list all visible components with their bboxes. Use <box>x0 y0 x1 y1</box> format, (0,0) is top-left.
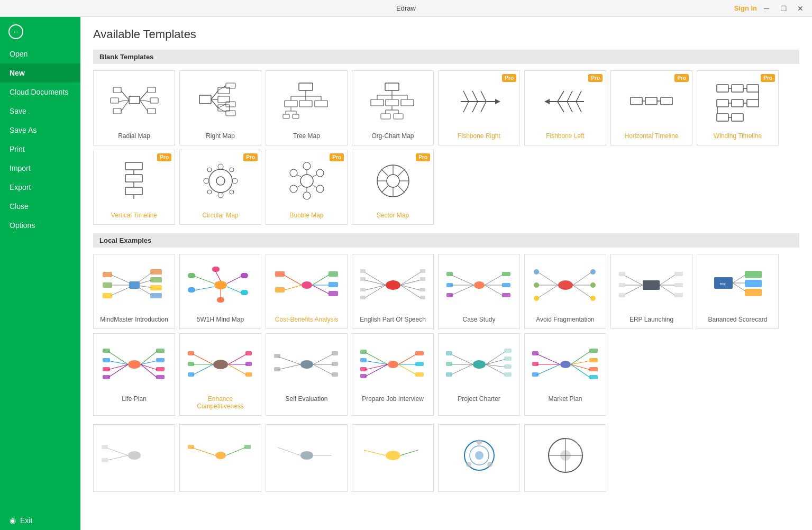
example-extra-2[interactable] <box>179 424 261 492</box>
svg-rect-168 <box>329 282 338 287</box>
svg-point-102 <box>204 178 209 184</box>
example-english-pos[interactable]: English Part Of Speech <box>352 254 434 329</box>
cost-benefits-label: Cost-Benefits Analysis <box>275 316 338 323</box>
svg-rect-224 <box>674 283 683 287</box>
svg-line-311 <box>571 364 590 370</box>
example-market-plan[interactable]: Market Plan <box>524 333 606 416</box>
svg-line-9 <box>140 100 150 102</box>
example-prepare-job-interview[interactable]: Prepare Job Interview <box>352 333 434 416</box>
minimize-button[interactable]: ─ <box>759 1 774 16</box>
svg-line-130 <box>381 186 388 193</box>
svg-line-60 <box>472 91 478 102</box>
svg-rect-142 <box>150 269 162 275</box>
title-bar: Edraw Sign In ─ ☐ ✕ <box>0 0 812 17</box>
sidebar-item-import[interactable]: Import <box>0 159 80 178</box>
svg-point-122 <box>387 175 399 187</box>
svg-line-255 <box>228 354 247 364</box>
right-map-label: Right Map <box>206 132 235 140</box>
template-circular-map[interactable]: Pro Circular Map <box>179 150 261 225</box>
example-self-evaluation[interactable]: Self Evaluation <box>266 333 348 416</box>
maximize-button[interactable]: ☐ <box>776 1 791 16</box>
svg-line-175 <box>400 272 421 285</box>
fishbone-right-label: Fishbone Right <box>458 132 500 140</box>
example-enhance-competitiveness[interactable]: Enhance Competitiveness <box>179 333 261 416</box>
right-map-icon <box>186 75 255 128</box>
svg-point-209 <box>534 296 539 301</box>
template-fishbone-right[interactable]: Pro Fishbone Right <box>438 70 520 145</box>
svg-rect-21 <box>218 105 230 111</box>
template-bubble-map[interactable]: Pro <box>266 150 348 225</box>
example-extra-1[interactable] <box>93 424 175 492</box>
template-sector-map[interactable]: Pro Sector Map <box>352 150 434 225</box>
template-tree-map[interactable]: Tree Map <box>266 70 348 145</box>
example-case-study[interactable]: Case Study <box>438 254 520 329</box>
svg-point-264 <box>300 360 313 369</box>
template-org-chart[interactable]: Org-Chart Map <box>352 70 434 145</box>
fishbone-left-label: Fishbone Left <box>546 132 585 140</box>
example-extra-6[interactable] <box>524 424 606 492</box>
example-cost-benefits[interactable]: Cost-Benefits Analysis <box>266 254 348 329</box>
svg-point-339 <box>477 440 482 445</box>
mindmaster-intro-label: MindMaster Introduction <box>100 316 168 323</box>
radial-map-icon <box>100 75 169 128</box>
sidebar-item-print[interactable]: Print <box>0 140 80 159</box>
svg-point-111 <box>290 169 297 177</box>
svg-line-147 <box>194 276 214 284</box>
svg-point-340 <box>487 462 492 467</box>
title-bar-right[interactable]: Sign In ─ ☐ ✕ <box>734 1 808 16</box>
example-erp-launching[interactable]: ERP Launching <box>610 254 692 329</box>
sidebar-item-options[interactable]: Options <box>0 216 80 235</box>
svg-line-63 <box>481 102 486 112</box>
template-radial-map[interactable]: Radial Map <box>93 70 175 145</box>
close-button[interactable]: ✕ <box>793 1 808 16</box>
sidebar-item-open[interactable]: Open <box>0 44 80 63</box>
svg-rect-245 <box>103 367 110 371</box>
svg-rect-154 <box>188 287 195 293</box>
sidebar-item-saveas[interactable]: Save As <box>0 121 80 140</box>
svg-point-275 <box>388 361 398 368</box>
example-5w1h[interactable]: 5W1H Mind Map <box>179 254 261 329</box>
example-extra-3[interactable] <box>266 424 348 492</box>
template-right-map[interactable]: Right Map <box>179 70 261 145</box>
sidebar-item-export[interactable]: Export <box>0 178 80 197</box>
svg-rect-55 <box>394 114 403 119</box>
example-life-plan[interactable]: Life Plan <box>93 333 175 416</box>
svg-rect-74 <box>661 97 672 105</box>
svg-line-293 <box>450 364 473 375</box>
sidebar-item-exit[interactable]: ◉ Exit <box>0 511 80 530</box>
example-balanced-scorecard[interactable]: BSC Bananced Scorecard <box>697 254 779 329</box>
sign-in-button[interactable]: Sign In <box>734 4 757 12</box>
svg-rect-73 <box>645 97 657 105</box>
sidebar-back-button[interactable]: ← <box>0 19 80 44</box>
sidebar-item-close[interactable]: Close <box>0 197 80 216</box>
svg-line-306 <box>536 354 560 364</box>
sidebar-item-new[interactable]: New <box>0 63 80 83</box>
template-fishbone-left[interactable]: Pro Fishbone Left <box>524 70 606 145</box>
svg-rect-4 <box>111 98 118 103</box>
svg-rect-139 <box>103 272 112 277</box>
example-extra-5[interactable] <box>438 424 520 492</box>
svg-point-211 <box>590 282 596 288</box>
svg-point-99 <box>216 177 225 185</box>
template-horizontal-timeline[interactable]: Pro Horizontal Timeline <box>610 70 692 145</box>
example-mindmaster-intro[interactable]: MindMaster Introduction <box>93 254 175 329</box>
template-vertical-timeline[interactable]: Pro Vertical Timeline <box>93 150 175 225</box>
example-avoid-fragmentation[interactable]: Avoid Fragmentation <box>524 254 606 329</box>
svg-rect-2 <box>113 87 121 93</box>
svg-point-101 <box>218 193 223 198</box>
sidebar-item-cloud[interactable]: Cloud Documents <box>0 83 80 102</box>
svg-line-327 <box>226 447 245 455</box>
svg-rect-92 <box>125 162 142 170</box>
svg-rect-153 <box>188 273 195 278</box>
svg-line-178 <box>400 285 421 298</box>
svg-line-67 <box>576 102 581 112</box>
example-project-charter[interactable]: Project Charter <box>438 333 520 416</box>
template-winding-timeline[interactable]: Pro <box>697 70 779 145</box>
example-extra-4[interactable] <box>352 424 434 492</box>
svg-point-207 <box>534 269 539 275</box>
svg-line-217 <box>660 275 676 285</box>
vertical-timeline-label: Vertical Timeline <box>111 212 157 219</box>
sidebar-item-save[interactable]: Save <box>0 102 80 121</box>
svg-rect-316 <box>589 349 598 353</box>
tree-map-label: Tree Map <box>293 132 320 140</box>
